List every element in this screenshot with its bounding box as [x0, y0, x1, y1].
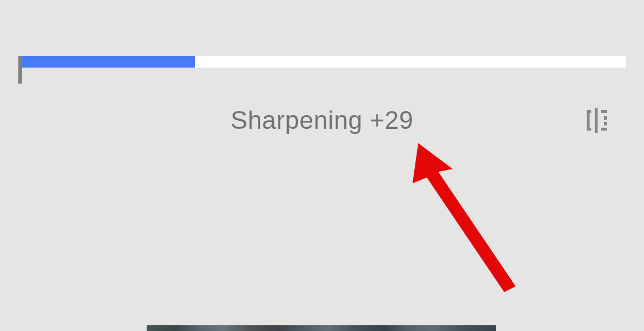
svg-rect-1	[601, 110, 607, 113]
annotation-arrow-icon	[401, 137, 527, 292]
image-preview	[147, 325, 496, 331]
compare-split-icon[interactable]	[580, 108, 612, 133]
slider-value-label: Sharpening +29	[231, 106, 414, 135]
svg-marker-5	[413, 143, 516, 292]
svg-rect-4	[601, 128, 607, 131]
svg-rect-0	[595, 108, 598, 133]
slider-label-row: Sharpening +29	[0, 103, 644, 137]
svg-rect-3	[604, 122, 607, 125]
slider-start-marker	[18, 56, 22, 84]
slider-fill	[21, 56, 195, 68]
svg-rect-2	[604, 116, 607, 120]
sharpening-slider[interactable]	[18, 56, 626, 85]
